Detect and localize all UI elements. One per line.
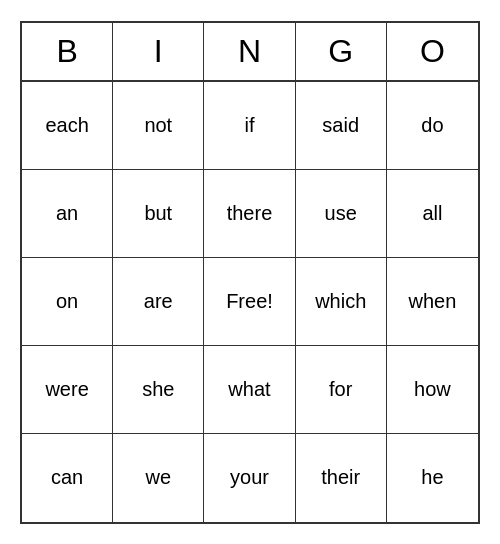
header-letter-n: N (204, 23, 295, 80)
cell-r4-c2[interactable]: she (113, 346, 204, 434)
header-letter-i: I (113, 23, 204, 80)
cell-r3-c3[interactable]: Free! (204, 258, 295, 346)
cell-r3-c5[interactable]: when (387, 258, 478, 346)
header-letter-b: B (22, 23, 113, 80)
bingo-card: BINGO eachnotifsaiddoanbutthereuseallona… (20, 21, 480, 524)
cell-r5-c2[interactable]: we (113, 434, 204, 522)
cell-r5-c1[interactable]: can (22, 434, 113, 522)
cell-r2-c2[interactable]: but (113, 170, 204, 258)
cell-r3-c1[interactable]: on (22, 258, 113, 346)
cell-r4-c3[interactable]: what (204, 346, 295, 434)
cell-r4-c4[interactable]: for (296, 346, 387, 434)
cell-r1-c4[interactable]: said (296, 82, 387, 170)
cell-r2-c3[interactable]: there (204, 170, 295, 258)
cell-r1-c3[interactable]: if (204, 82, 295, 170)
cell-r4-c5[interactable]: how (387, 346, 478, 434)
cell-r1-c2[interactable]: not (113, 82, 204, 170)
header-letter-g: G (296, 23, 387, 80)
cell-r1-c1[interactable]: each (22, 82, 113, 170)
cell-r5-c3[interactable]: your (204, 434, 295, 522)
bingo-header: BINGO (22, 23, 478, 82)
cell-r2-c1[interactable]: an (22, 170, 113, 258)
cell-r5-c5[interactable]: he (387, 434, 478, 522)
cell-r3-c4[interactable]: which (296, 258, 387, 346)
header-letter-o: O (387, 23, 478, 80)
bingo-grid: eachnotifsaiddoanbutthereuseallonareFree… (22, 82, 478, 522)
cell-r3-c2[interactable]: are (113, 258, 204, 346)
cell-r2-c4[interactable]: use (296, 170, 387, 258)
cell-r5-c4[interactable]: their (296, 434, 387, 522)
cell-r1-c5[interactable]: do (387, 82, 478, 170)
cell-r2-c5[interactable]: all (387, 170, 478, 258)
cell-r4-c1[interactable]: were (22, 346, 113, 434)
